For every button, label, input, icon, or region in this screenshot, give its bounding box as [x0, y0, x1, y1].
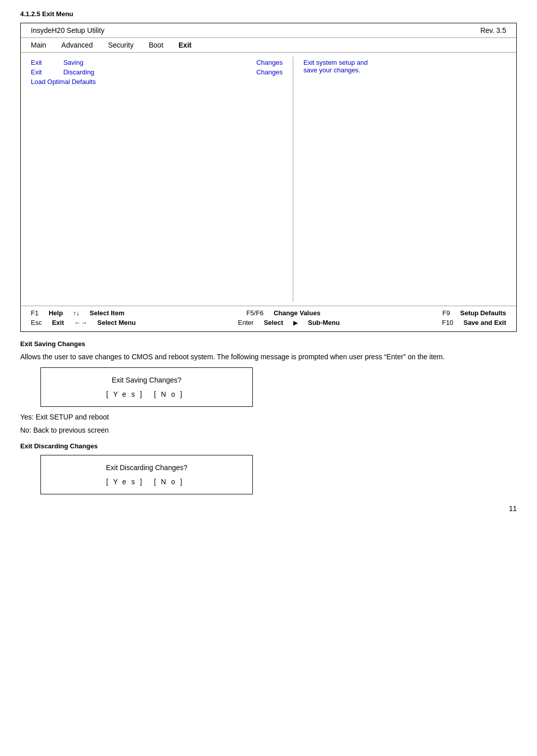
exit-saving-section: Exit Saving Changes Allows the user to s…: [20, 340, 517, 434]
bios-rev: Rev. 3.5: [480, 26, 506, 34]
footer-setupdefaults-label: Setup Defaults: [460, 309, 506, 317]
bios-title: InsydeH20 Setup Utility: [31, 26, 105, 34]
footer-enter-key: Enter: [238, 319, 254, 326]
submenu-arrow-icon: ▶: [293, 319, 298, 326]
footer-f10-key: F10: [442, 319, 453, 326]
bios-nav-row: Main Advanced Security Boot Exit: [21, 38, 516, 53]
exit-saving-dialog: Exit Saving Changes? [Yes] [No]: [40, 367, 253, 407]
exit-saving-description: Allows the user to save changes to CMOS …: [20, 352, 517, 362]
footer-selectitem-label: Select Item: [89, 309, 124, 317]
nav-exit[interactable]: Exit: [178, 41, 192, 49]
exit-saving-dialog-options: [Yes] [No]: [51, 390, 242, 398]
exit-saving-heading: Exit Saving Changes: [20, 340, 517, 348]
bios-footer: F1 Help ↑↓ Select Item F5/F6 Change Valu…: [21, 306, 516, 331]
section-title: 4.1.2.5 Exit Menu: [20, 10, 517, 18]
menu-item-exit-discarding[interactable]: Exit Discarding Changes: [31, 68, 283, 76]
footer-saveandexit-label: Save and Exit: [463, 319, 506, 326]
footer-exit-label: Exit: [52, 319, 64, 326]
bios-footer-row2: Esc Exit ←→ Select Menu Enter Select ▶ S…: [31, 319, 506, 326]
exit-discarding-dialog-options: [Yes] [No]: [51, 478, 242, 486]
menu-item-load-defaults[interactable]: Load Optimal Defaults: [31, 78, 283, 86]
exit-discarding-heading: Exit Discarding Changes: [20, 442, 517, 450]
bios-right-panel: Exit system setup and save your changes.: [293, 57, 516, 302]
nav-main[interactable]: Main: [31, 41, 46, 49]
exit-discarding-section: Exit Discarding Changes Exit Discarding …: [20, 442, 517, 494]
exit-saving-spacer: Saving: [47, 59, 220, 66]
page-number: 11: [20, 505, 517, 513]
footer-submenu-label: Sub-Menu: [308, 319, 340, 326]
footer-updown-key: ↑↓: [73, 309, 79, 317]
menu-item-exit-saving[interactable]: Exit Saving Changes: [31, 59, 283, 66]
bios-help-line1: Exit system setup and: [303, 59, 506, 66]
nav-boot[interactable]: Boot: [149, 41, 163, 49]
exit-discarding-dialog-title: Exit Discarding Changes?: [51, 464, 242, 472]
bios-help-line2: save your changes.: [303, 66, 506, 74]
footer-select-label: Select: [264, 319, 283, 326]
bios-left-panel: Exit Saving Changes Exit Discarding Chan…: [21, 57, 293, 302]
footer-f9-key: F9: [442, 309, 450, 317]
exit-saving-yes-text: Yes: Exit SETUP and reboot: [20, 413, 517, 421]
exit-saving-no-text: No: Back to previous screen: [20, 426, 517, 434]
bios-title-row: InsydeH20 Setup Utility Rev. 3.5: [21, 23, 516, 38]
bios-frame: InsydeH20 Setup Utility Rev. 3.5 Main Ad…: [20, 23, 517, 332]
exit-discarding-label: Exit: [31, 68, 42, 76]
exit-discarding-desc: Changes: [226, 68, 283, 76]
exit-saving-dialog-title: Exit Saving Changes?: [51, 376, 242, 384]
footer-help-label: Help: [49, 309, 63, 317]
footer-changevalues-label: Change Values: [274, 309, 320, 317]
footer-leftright-key: ←→: [74, 319, 87, 326]
footer-f5f6-key: F5/F6: [246, 309, 263, 317]
exit-discarding-spacer: Discarding: [47, 68, 220, 76]
exit-discarding-dialog: Exit Discarding Changes? [Yes] [No]: [40, 455, 253, 494]
nav-advanced[interactable]: Advanced: [61, 41, 93, 49]
exit-saving-desc: Changes: [226, 59, 283, 66]
bios-footer-row1: F1 Help ↑↓ Select Item F5/F6 Change Valu…: [31, 309, 506, 317]
footer-selectmenu-label: Select Menu: [98, 319, 136, 326]
bios-content-area: Exit Saving Changes Exit Discarding Chan…: [21, 53, 516, 306]
footer-esc-key: Esc: [31, 319, 42, 326]
nav-security[interactable]: Security: [108, 41, 134, 49]
footer-f1-key: F1: [31, 309, 38, 317]
exit-saving-label: Exit: [31, 59, 42, 66]
